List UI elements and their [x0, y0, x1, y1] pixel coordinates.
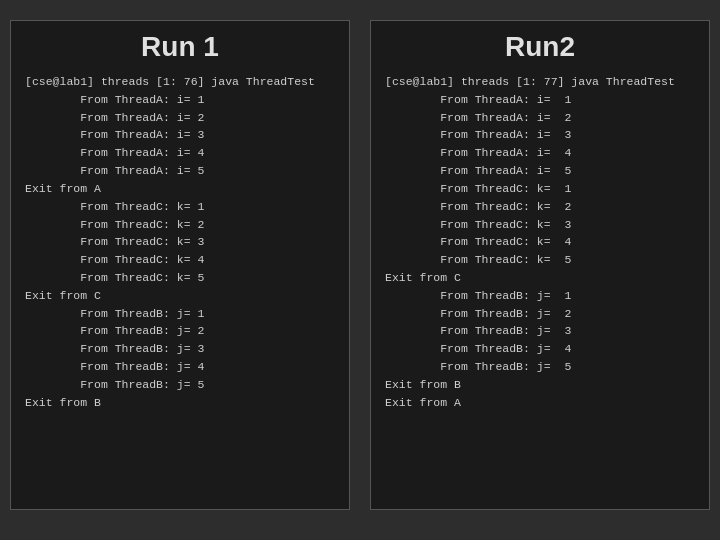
run1-content: [cse@lab1] threads [1: 76] java ThreadTe…	[25, 73, 335, 411]
run1-panel: Run 1 [cse@lab1] threads [1: 76] java Th…	[10, 20, 350, 510]
run2-title: Run2	[385, 31, 695, 63]
run1-title: Run 1	[25, 31, 335, 63]
run2-panel: Run2 [cse@lab1] threads [1: 77] java Thr…	[370, 20, 710, 510]
main-container: Run 1 [cse@lab1] threads [1: 76] java Th…	[0, 0, 720, 540]
run2-content: [cse@lab1] threads [1: 77] java ThreadTe…	[385, 73, 695, 411]
